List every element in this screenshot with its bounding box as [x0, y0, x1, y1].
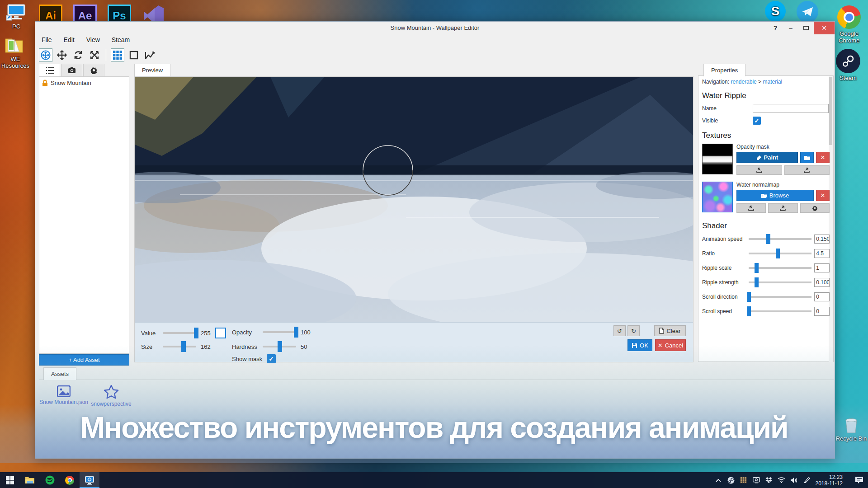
water-normalmap-settings-button[interactable]: [800, 203, 830, 213]
pan-tool-button[interactable]: [39, 48, 52, 62]
brush-color-swatch[interactable]: [215, 328, 226, 338]
water-normalmap-import-button[interactable]: [736, 203, 766, 213]
redo-button[interactable]: ↻: [627, 325, 640, 336]
hardness-slider[interactable]: [263, 342, 296, 351]
tray-volume-icon[interactable]: [790, 477, 798, 483]
tab-properties[interactable]: Properties: [703, 64, 745, 76]
minimize-button[interactable]: –: [783, 22, 798, 34]
desktop-icon-pc[interactable]: PC: [3, 4, 30, 30]
ripple-scale-value[interactable]: 1: [814, 263, 830, 272]
preview-canvas[interactable]: [135, 77, 693, 322]
desktop-icon-chrome[interactable]: Google Chrome: [832, 5, 866, 44]
tray-grid-icon[interactable]: [740, 477, 748, 483]
tab-scene-list[interactable]: [39, 64, 60, 76]
tab-assets[interactable]: Assets: [43, 367, 76, 380]
toolbar-separator: [106, 49, 106, 61]
show-mask-checkbox[interactable]: ✓: [267, 354, 276, 363]
properties-panel: Navigation: renderable > material Water …: [698, 75, 834, 362]
start-button[interactable]: [0, 472, 20, 488]
export-icon: [804, 168, 810, 173]
ratio-value[interactable]: 4.5: [814, 249, 830, 258]
curves-button[interactable]: [143, 48, 157, 62]
paint-button[interactable]: Paint: [736, 152, 798, 163]
scroll-speed-value[interactable]: 0: [814, 307, 830, 316]
opacity-mask-remove-button[interactable]: ✕: [816, 152, 830, 163]
image-file-icon: [57, 385, 71, 397]
undo-button[interactable]: ↺: [613, 325, 626, 336]
shader-slider-row: Scroll speed 0: [702, 306, 830, 316]
water-normalmap-export-button[interactable]: [768, 203, 797, 213]
scene-item-snow-mountain[interactable]: Snow Mountain: [39, 77, 129, 89]
taskbar-wallpaper-engine[interactable]: [80, 472, 99, 488]
asset-snow-mountain-json[interactable]: Snow Mountain.json: [39, 385, 89, 405]
size-label: Size: [141, 343, 158, 350]
browse-button[interactable]: Browse: [736, 190, 814, 201]
menu-edit[interactable]: Edit: [64, 36, 75, 43]
wallpaper-engine-icon: [85, 476, 94, 485]
ripple-scale-label: Ripple scale: [702, 265, 749, 271]
desktop-icon-telegram[interactable]: [797, 1, 818, 23]
clear-button[interactable]: Clear: [654, 325, 686, 336]
nav-link-material[interactable]: material: [763, 79, 782, 85]
scroll-speed-slider[interactable]: [749, 306, 811, 316]
tray-steam-icon[interactable]: [727, 477, 735, 484]
menu-steam[interactable]: Steam: [112, 36, 130, 43]
ok-button[interactable]: OK: [627, 339, 652, 351]
titlebar[interactable]: Snow Mountain - Wallpaper Editor ? – ✕: [35, 22, 835, 34]
clock-time: 12:23: [816, 474, 843, 480]
desktop-icon-we-resources[interactable]: WE Resources: [1, 36, 30, 69]
water-normalmap-remove-button[interactable]: ✕: [816, 190, 830, 201]
animation-speed-value[interactable]: 0.150: [814, 235, 830, 244]
bounds-button[interactable]: [127, 48, 141, 62]
opacity-mask-export-button[interactable]: [784, 165, 830, 175]
desktop-icon-skype[interactable]: S: [765, 1, 786, 22]
scale-tool-button[interactable]: [88, 48, 101, 62]
help-button[interactable]: ?: [768, 22, 783, 34]
nav-link-renderable[interactable]: renderable: [731, 79, 756, 85]
tray-wallpaper-engine-icon[interactable]: [752, 477, 760, 483]
action-center-icon[interactable]: [854, 476, 864, 484]
move-tool-button[interactable]: [55, 48, 69, 62]
tray-dropbox-icon[interactable]: [765, 477, 773, 483]
ripple-strength-slider[interactable]: [749, 277, 811, 287]
opacity-mask-import-button[interactable]: [736, 165, 782, 175]
maximize-button[interactable]: [798, 22, 814, 34]
asset-snowperspective[interactable]: snowperspective: [86, 385, 136, 407]
folder-open-icon: [761, 193, 767, 198]
tab-preview[interactable]: Preview: [134, 64, 170, 76]
close-button[interactable]: ✕: [814, 22, 835, 34]
grid-snap-button[interactable]: [111, 48, 124, 62]
scroll-direction-value[interactable]: 0: [814, 292, 830, 301]
lock-icon: [42, 80, 48, 86]
name-input[interactable]: [753, 104, 829, 113]
tray-chevron-up-icon[interactable]: [714, 479, 722, 482]
tab-screenshot[interactable]: [61, 64, 82, 76]
shader-slider-row: Scroll direction 0: [702, 292, 830, 302]
value-slider[interactable]: [163, 328, 196, 338]
taskbar-file-explorer[interactable]: [20, 472, 40, 488]
close-icon: ✕: [821, 192, 826, 199]
tab-scene-settings[interactable]: [83, 64, 104, 76]
menu-file[interactable]: File: [42, 36, 52, 43]
cancel-button[interactable]: ✕ Cancel: [655, 339, 686, 351]
water-normalmap-thumbnail[interactable]: [702, 182, 733, 212]
ratio-slider[interactable]: [749, 249, 811, 258]
scroll-direction-slider[interactable]: [749, 292, 811, 302]
opacity-mask-thumbnail[interactable]: [702, 144, 733, 174]
desktop-icon-steam[interactable]: Steam: [831, 49, 865, 81]
size-slider[interactable]: [163, 342, 196, 351]
taskbar-clock[interactable]: 12:23 2018-11-12: [816, 474, 843, 487]
ripple-strength-value[interactable]: 0.100: [814, 278, 830, 287]
menu-view[interactable]: View: [86, 36, 100, 43]
opacity-slider[interactable]: [263, 328, 296, 337]
tray-wifi-icon[interactable]: [778, 477, 786, 483]
ripple-scale-slider[interactable]: [749, 263, 811, 273]
opacity-mask-browse-button[interactable]: [800, 152, 814, 163]
add-asset-button[interactable]: + Add Asset: [39, 354, 129, 366]
taskbar-chrome[interactable]: [60, 472, 80, 488]
visible-checkbox[interactable]: ✓: [753, 117, 761, 125]
animation-speed-slider[interactable]: [749, 234, 811, 244]
rotate-tool-button[interactable]: [71, 48, 85, 62]
tray-pen-icon[interactable]: [803, 477, 811, 483]
taskbar-spotify[interactable]: [40, 472, 60, 488]
